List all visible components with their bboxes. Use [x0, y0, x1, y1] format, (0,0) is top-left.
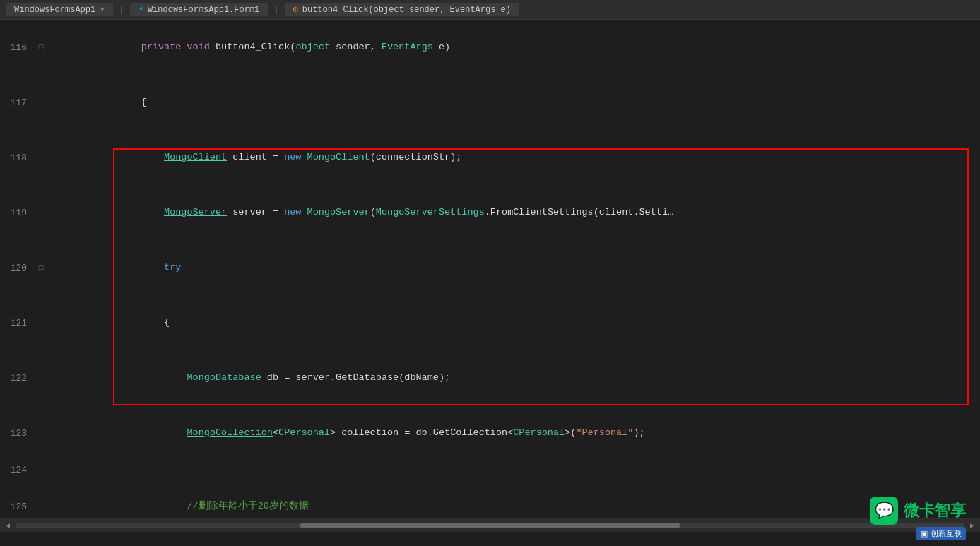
line-content-121: {	[47, 295, 980, 350]
line-content-124	[47, 461, 980, 479]
form1-icon: ⚡	[138, 4, 143, 15]
code-line-123: 123 MongoCollection<CPersonal> collectio…	[0, 405, 980, 461]
code-line-125: 125 //删除年龄小于20岁的数据	[0, 479, 980, 518]
tab2-label: WindowsFormsApp1.Form1	[148, 5, 259, 15]
line-number: 119	[0, 208, 35, 218]
separator2: |	[271, 5, 281, 15]
line-content-117: {	[47, 75, 980, 130]
scroll-left-arrow[interactable]: ◀	[3, 521, 13, 530]
line-content-120: try	[47, 240, 980, 295]
collapse-icon[interactable]: □	[35, 43, 47, 52]
code-line-120: 120 □ try	[0, 240, 980, 295]
watermark-wechat-icon: 💬	[870, 497, 898, 525]
tab3-label: button4_Click(object sender, EventArgs e…	[302, 5, 511, 15]
editor: 116 □ private void button4_Click(object …	[0, 20, 980, 532]
tab-method[interactable]: ⚙ button4_Click(object sender, EventArgs…	[285, 3, 519, 16]
line-number: 116	[0, 42, 35, 53]
line-number: 124	[0, 465, 35, 475]
watermark-text: 微卡智享	[904, 500, 966, 521]
watermark: 💬 微卡智享	[870, 497, 966, 525]
line-content-122: MongoDatabase db = server.GetDatabase(db…	[47, 350, 980, 405]
scroll-track[interactable]	[16, 523, 964, 528]
logo-text: 创新互联	[931, 528, 962, 539]
top-bar: WindowsFormsApp1 ▾ | ⚡ WindowsFormsApp1.…	[0, 0, 980, 20]
line-number: 123	[0, 428, 35, 439]
tab1-label: WindowsFormsApp1	[14, 5, 95, 15]
line-content-119: MongoServer server = new MongoServer(Mon…	[47, 185, 980, 240]
watermark-logo: ▣ 创新互联	[916, 527, 966, 540]
code-line-124: 124	[0, 461, 980, 479]
code-line-121: 121 {	[0, 295, 980, 350]
line-number: 120	[0, 263, 35, 273]
line-content-123: MongoCollection<CPersonal> collection = …	[47, 405, 980, 461]
code-line-117: 117 {	[0, 75, 980, 130]
logo-icon: ▣	[921, 529, 928, 538]
tab-form1[interactable]: ⚡ WindowsFormsApp1.Form1	[130, 3, 268, 16]
line-number: 117	[0, 97, 35, 108]
code-container[interactable]: 116 □ private void button4_Click(object …	[0, 20, 980, 518]
scroll-thumb[interactable]	[300, 523, 680, 528]
line-number: 118	[0, 153, 35, 163]
code-line-119: 119 MongoServer server = new MongoServer…	[0, 185, 980, 240]
line-content: private void button4_Click(object sender…	[47, 20, 980, 75]
chevron-down-icon: ▾	[100, 4, 105, 15]
scrollbar[interactable]: ◀ ▶	[0, 518, 980, 532]
line-content-118: MongoClient client = new MongoClient(con…	[47, 130, 980, 185]
tab-windowsformsapp1[interactable]: WindowsFormsApp1 ▾	[6, 3, 113, 16]
line-number: 125	[0, 502, 35, 512]
separator1: |	[116, 5, 126, 15]
code-line-122: 122 MongoDatabase db = server.GetDatabas…	[0, 350, 980, 405]
logo-badge: ▣ 创新互联	[916, 527, 966, 540]
line-number: 122	[0, 373, 35, 384]
line-content-125: //删除年龄小于20岁的数据	[47, 479, 980, 518]
line-number: 121	[0, 318, 35, 328]
code-line-118: 118 MongoClient client = new MongoClient…	[0, 130, 980, 185]
collapse-icon-120[interactable]: □	[35, 263, 47, 272]
method-icon: ⚙	[293, 4, 298, 15]
code-line-116: 116 □ private void button4_Click(object …	[0, 20, 980, 75]
scroll-right-arrow[interactable]: ▶	[967, 521, 977, 530]
